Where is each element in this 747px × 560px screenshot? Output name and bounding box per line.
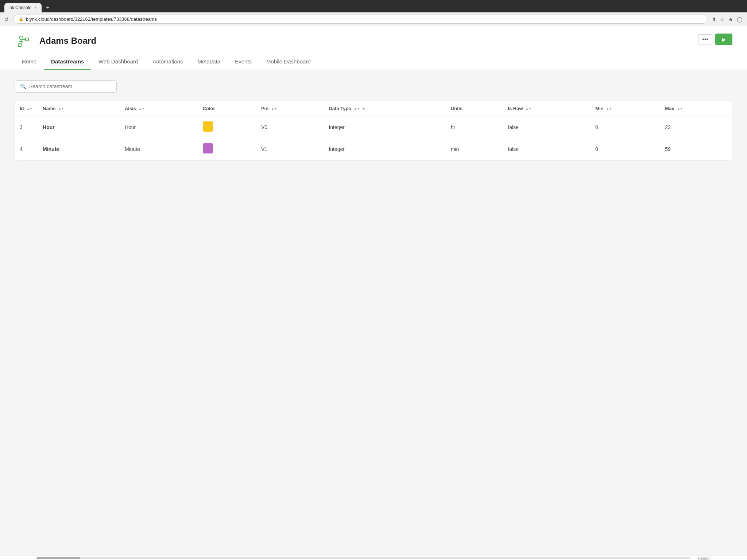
color-swatch-1[interactable] (203, 121, 213, 132)
tab-datastreams[interactable]: Datastreams (44, 54, 91, 70)
cell-max-1: 23 (660, 116, 732, 138)
region-label: Region (690, 556, 711, 557)
url-bar[interactable]: 🔒 blynk.cloud/dashboard/322162/templates… (13, 15, 708, 24)
cell-units-2: min (446, 138, 503, 160)
address-actions: ⬆ ☆ ★ ◯ (712, 16, 743, 22)
logo-svg (15, 33, 31, 49)
color-swatch-2[interactable] (203, 143, 213, 153)
main-page: Adams Board ••• ▶ Home Datastreams Web D… (0, 26, 747, 557)
scrollbar-thumb[interactable] (36, 557, 80, 557)
search-input[interactable] (29, 83, 111, 89)
cell-name-2: Minute (38, 138, 120, 160)
nav-tabs: Home Datastreams Web Dashboard Automatio… (15, 54, 732, 70)
search-bar[interactable]: 🔍 (15, 80, 117, 93)
sort-icon-pin[interactable]: ▲▼ (271, 108, 277, 110)
cell-min-2: 0 (590, 138, 660, 160)
active-tab[interactable]: nk.Console × (4, 3, 42, 12)
cell-name-1: Hour (38, 116, 120, 138)
col-header-max: Max ▲▼ (660, 101, 732, 116)
share-icon[interactable]: ⬆ (712, 16, 716, 22)
page-header: Adams Board ••• ▶ Home Datastreams Web D… (0, 26, 747, 70)
sort-icon-is-raw[interactable]: ▲▼ (526, 108, 531, 110)
col-header-id: Id ▲▼ (15, 101, 38, 116)
cell-data-type-1: Integer (324, 116, 445, 138)
browser-chrome: nk.Console × + (0, 0, 747, 12)
cell-alias-2: Minute (120, 138, 198, 160)
new-tab-button[interactable]: + (43, 3, 52, 12)
col-header-units: Units (446, 101, 503, 116)
sort-icon-data-type[interactable]: ▲▼ (354, 108, 360, 110)
tab-metadata[interactable]: Metadata (190, 54, 228, 70)
header-top: Adams Board ••• ▶ (15, 32, 732, 50)
table-header-row: Id ▲▼ Name ▲▼ Alias ▲▼ Color Pin ▲▼ Data… (15, 101, 732, 116)
sort-icon-alias[interactable]: ▲▼ (139, 108, 145, 110)
cell-id-2: 4 (15, 138, 38, 160)
green-btn-label: ▶ (722, 36, 726, 42)
table-header: Id ▲▼ Name ▲▼ Alias ▲▼ Color Pin ▲▼ Data… (15, 101, 732, 116)
tab-title: nk.Console (9, 5, 31, 10)
cell-id-1: 3 (15, 116, 38, 138)
col-header-min: Min ▲▼ (590, 101, 660, 116)
sort-icon-min[interactable]: ▲▼ (606, 108, 612, 110)
cell-units-1: hr (446, 116, 503, 138)
cell-is-raw-2: false (503, 138, 590, 160)
page-title: Adams Board (39, 36, 96, 46)
col-header-pin: Pin ▲▼ (256, 101, 324, 116)
cell-alias-1: Hour (120, 116, 198, 138)
table-body: 3 Hour Hour V0 Integer hr false 0 23 4 (15, 116, 732, 160)
table-row[interactable]: 3 Hour Hour V0 Integer hr false 0 23 (15, 116, 732, 138)
address-bar: ↺ 🔒 blynk.cloud/dashboard/322162/templat… (0, 12, 747, 26)
cell-color-2 (198, 138, 256, 160)
sort-icon-id[interactable]: ▲▼ (27, 108, 32, 110)
cell-max-2: 59 (660, 138, 732, 160)
tab-bar: nk.Console × + (4, 3, 53, 12)
more-options-button[interactable]: ••• (698, 34, 712, 44)
tab-events[interactable]: Events (228, 54, 259, 70)
svg-point-0 (19, 36, 23, 40)
sort-icon-name[interactable]: ▲▼ (58, 108, 64, 110)
header-left: Adams Board (15, 32, 96, 50)
datastreams-table: Id ▲▼ Name ▲▼ Alias ▲▼ Color Pin ▲▼ Data… (15, 101, 732, 160)
extension-icon[interactable]: ★ (728, 16, 733, 22)
url-text: blynk.cloud/dashboard/322162/templates/7… (26, 16, 157, 22)
app-logo (15, 32, 32, 50)
reload-button[interactable]: ↺ (4, 16, 9, 22)
content-area: 🔍 Id ▲▼ Name ▲▼ Alias ▲▼ Color (0, 70, 747, 170)
col-header-name: Name ▲▼ (38, 101, 120, 116)
primary-action-button[interactable]: ▶ (715, 34, 732, 45)
page-footer: Region (0, 556, 747, 557)
cell-color-1 (198, 116, 256, 138)
cell-pin-1: V0 (256, 116, 324, 138)
col-header-color: Color (198, 101, 256, 116)
tab-web-dashboard[interactable]: Web Dashboard (91, 54, 145, 70)
cell-pin-2: V1 (256, 138, 324, 160)
profile-icon[interactable]: ◯ (737, 16, 743, 22)
search-icon: 🔍 (20, 83, 26, 89)
svg-rect-4 (26, 38, 28, 41)
cell-min-1: 0 (590, 116, 660, 138)
svg-rect-3 (18, 44, 21, 47)
col-header-alias: Alias ▲▼ (120, 101, 198, 116)
col-header-is-raw: Is Raw ▲▼ (503, 101, 590, 116)
tab-automations[interactable]: Automations (145, 54, 190, 70)
col-header-data-type: Data Type ▲▼ ▼ (324, 101, 445, 116)
scrollbar-track[interactable] (36, 557, 690, 557)
cell-is-raw-1: false (503, 116, 590, 138)
tab-home[interactable]: Home (15, 54, 44, 70)
cell-data-type-2: Integer (324, 138, 445, 160)
tab-close-button[interactable]: × (34, 5, 36, 10)
tab-mobile-dashboard[interactable]: Mobile Dashboard (259, 54, 318, 70)
sort-icon-max[interactable]: ▲▼ (677, 108, 683, 110)
bookmark-icon[interactable]: ☆ (720, 16, 725, 22)
lock-icon: 🔒 (19, 17, 24, 22)
header-actions: ••• ▶ (698, 32, 732, 45)
table-row[interactable]: 4 Minute Minute V1 Integer min false 0 5… (15, 138, 732, 160)
filter-icon-data-type[interactable]: ▼ (362, 106, 366, 111)
